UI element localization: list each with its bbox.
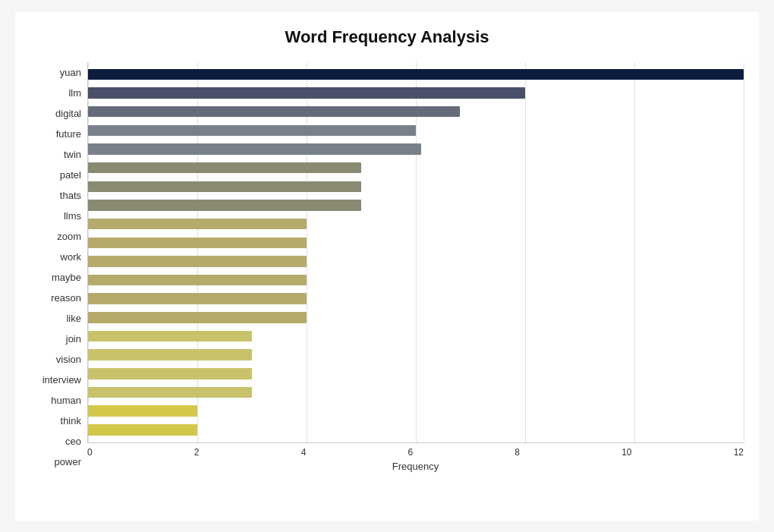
y-label: vision (56, 354, 81, 364)
y-label: yuan (60, 68, 81, 77)
bar (88, 312, 307, 323)
y-label: thats (60, 190, 81, 200)
bar (88, 424, 197, 435)
x-tick-label: 12 (734, 447, 744, 458)
bar-row (88, 233, 744, 252)
bar (88, 106, 460, 117)
bar-row (88, 271, 744, 290)
y-label: ceo (65, 436, 81, 446)
bar-row (88, 383, 744, 402)
grid-line (744, 62, 744, 442)
y-label: power (55, 457, 81, 467)
x-tick-label: 6 (407, 447, 413, 458)
bar (88, 162, 361, 173)
chart-area: yuanllmdigitalfuturetwinpatelthatsllmszo… (30, 62, 744, 472)
y-label: like (66, 313, 81, 323)
bar (88, 238, 307, 248)
bars-section (87, 62, 744, 443)
chart-title: Word Frequency Analysis (30, 27, 744, 47)
bar (88, 200, 361, 210)
bar-row (88, 159, 744, 178)
bar (88, 387, 252, 398)
y-label: join (66, 334, 81, 344)
y-label: reason (51, 293, 81, 303)
bar (88, 368, 252, 379)
y-label: work (61, 252, 81, 262)
bar (88, 143, 421, 154)
bar (88, 293, 307, 304)
y-label: twin (64, 150, 81, 159)
bar (88, 331, 252, 342)
bar (88, 181, 361, 192)
bar (88, 125, 416, 136)
bar-row (88, 65, 744, 84)
y-label: llms (64, 211, 81, 221)
x-tick-label: 8 (514, 447, 520, 458)
bar-row (88, 196, 744, 215)
bar (88, 87, 525, 98)
bar-row (88, 345, 744, 364)
bar-row (88, 364, 744, 383)
bar (88, 69, 744, 80)
bar-row (88, 177, 744, 196)
x-tick-label: 10 (621, 447, 631, 458)
bar-row (88, 215, 744, 234)
y-label: interview (42, 375, 81, 385)
y-label: zoom (57, 231, 81, 241)
bar (88, 405, 197, 416)
y-label: human (51, 395, 81, 405)
y-label: think (61, 416, 81, 426)
x-axis-title: Frequency (87, 461, 744, 472)
bar-row (88, 327, 744, 346)
y-label: patel (60, 170, 81, 180)
x-tick-label: 4 (301, 447, 307, 458)
y-label: maybe (52, 272, 81, 282)
bar-row (88, 83, 744, 102)
bar-row (88, 289, 744, 308)
y-label: digital (55, 109, 81, 118)
bar (88, 349, 252, 360)
x-axis: 024681012 (87, 443, 744, 458)
bar-row (88, 140, 744, 159)
bar-row (88, 252, 744, 271)
y-axis: yuanllmdigitalfuturetwinpatelthatsllmszo… (30, 62, 87, 472)
bar (88, 256, 307, 266)
bar-row (88, 121, 744, 140)
bar-row (88, 308, 744, 327)
bar (88, 275, 307, 285)
bar-row (88, 401, 744, 420)
bars-wrapper (88, 62, 744, 442)
chart-container: Word Frequency Analysis yuanllmdigitalfu… (15, 12, 759, 521)
bar (88, 219, 307, 229)
y-label: future (56, 129, 81, 139)
bar-row (88, 102, 744, 121)
x-tick-label: 0 (87, 447, 93, 458)
bar-row (88, 420, 744, 439)
bars-and-x: 024681012 Frequency (87, 62, 744, 472)
x-tick-label: 2 (194, 447, 200, 458)
y-label: llm (68, 88, 81, 98)
